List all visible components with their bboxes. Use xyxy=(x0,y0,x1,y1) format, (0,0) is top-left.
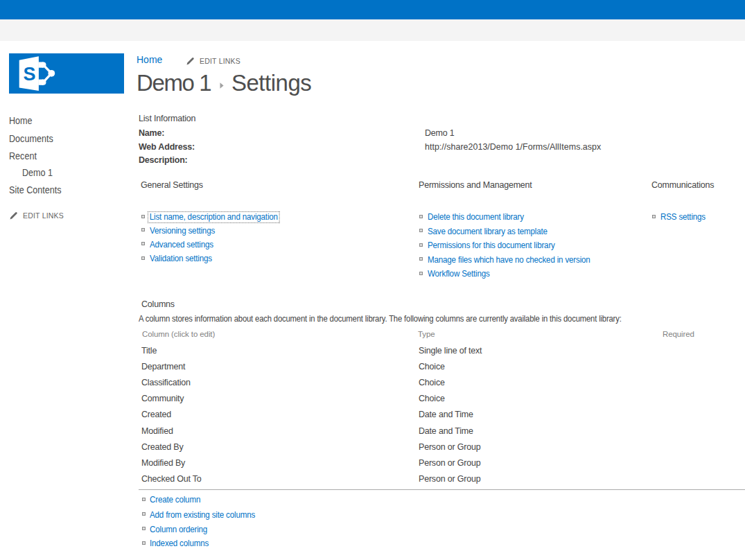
svg-text:S: S xyxy=(24,64,36,85)
